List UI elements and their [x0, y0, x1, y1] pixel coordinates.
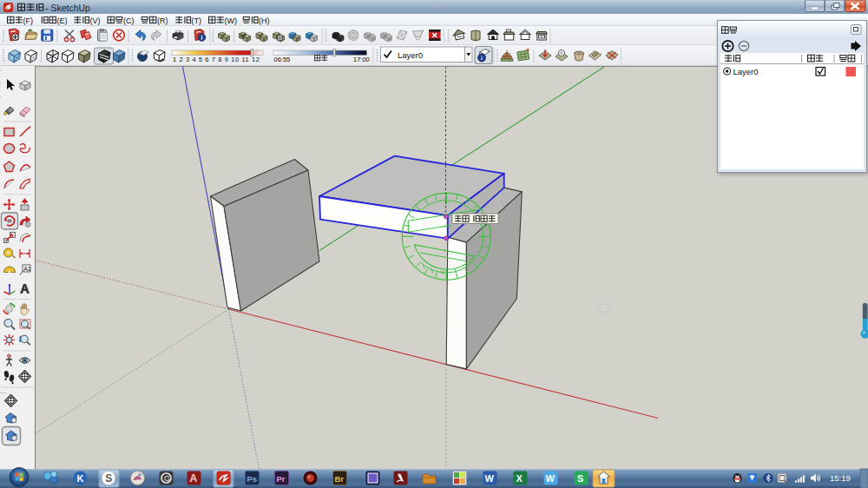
svg-text:Layer0: Layer0 — [733, 67, 759, 76]
svg-text:G: G — [164, 474, 170, 483]
svg-text:(T): (T) — [192, 16, 202, 25]
svg-text:(W): (W) — [225, 16, 238, 25]
svg-text:06:55: 06:55 — [274, 56, 291, 63]
svg-text:Layer0: Layer0 — [398, 50, 423, 60]
svg-text:(H): (H) — [259, 16, 270, 25]
svg-text:W: W — [546, 473, 556, 484]
svg-text:(V): (V) — [90, 16, 101, 25]
svg-text:(E): (E) — [57, 16, 68, 25]
svg-text:X: X — [516, 473, 523, 484]
svg-text:(C): (C) — [123, 16, 135, 25]
svg-text:17:00: 17:00 — [353, 56, 370, 63]
svg-text:- SketchUp: - SketchUp — [45, 3, 90, 13]
svg-text:Ps: Ps — [247, 474, 258, 484]
svg-text:W: W — [485, 473, 495, 484]
svg-text:S: S — [105, 472, 112, 485]
svg-text:A: A — [190, 472, 198, 485]
svg-text:1 2 3 4 5 6 7 8 9 10 11 12: 1 2 3 4 5 6 7 8 9 10 11 12 — [173, 56, 260, 63]
svg-text:15:19: 15:19 — [830, 473, 851, 483]
svg-text:K: K — [77, 473, 84, 484]
svg-text:S: S — [577, 473, 583, 484]
svg-text:Pr: Pr — [277, 474, 286, 484]
svg-text:(R): (R) — [157, 16, 168, 25]
svg-text:Br: Br — [335, 474, 345, 484]
svg-text:(F): (F) — [23, 16, 34, 25]
svg-text:A1: A1 — [23, 266, 31, 272]
